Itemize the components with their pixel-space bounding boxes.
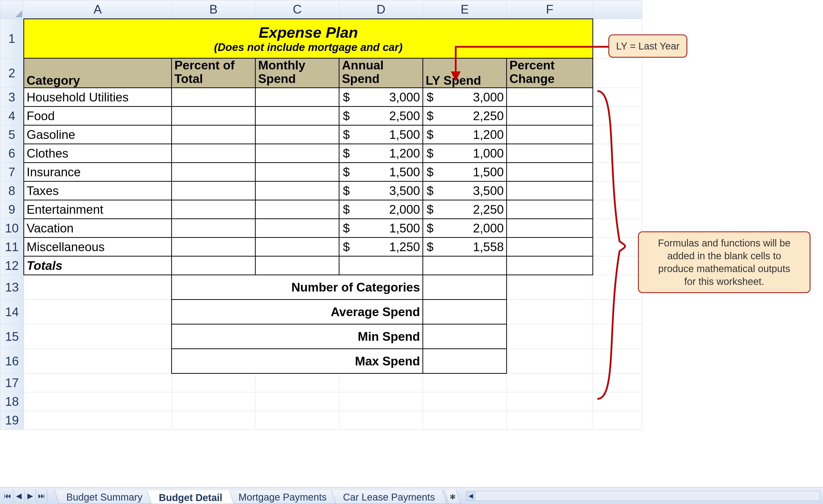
cell-title[interactable]: Expense Plan (Does not include mortgage … <box>24 19 593 58</box>
row-header-12[interactable]: 12 <box>0 256 24 275</box>
row-header-17[interactable]: 17 <box>0 373 24 392</box>
cell-E13[interactable] <box>423 275 507 300</box>
select-all-corner[interactable] <box>0 0 24 19</box>
row-header-3[interactable]: 3 <box>0 88 24 106</box>
tab-budget-summary[interactable]: Budget Summary <box>54 490 154 504</box>
row-header-10[interactable]: 10 <box>0 219 24 238</box>
cell-G14[interactable] <box>593 300 642 324</box>
cell-E2[interactable]: LY Spend <box>423 58 507 88</box>
cell-B13[interactable]: Number of Categories <box>172 275 423 300</box>
cell-B14[interactable]: Average Spend <box>172 300 423 324</box>
cell-A11[interactable]: Miscellaneous <box>24 238 172 256</box>
cell-C9[interactable] <box>256 200 339 219</box>
cell-F14[interactable] <box>507 300 593 324</box>
cell-B3[interactable] <box>172 88 256 106</box>
cell-D7[interactable]: $1,500 <box>339 163 423 182</box>
tab-nav-next[interactable]: ▶ <box>25 490 36 502</box>
cell-D9[interactable]: $2,000 <box>339 200 423 219</box>
cell-A3[interactable]: Household Utilities <box>24 88 172 106</box>
row-header-19[interactable]: 19 <box>0 411 24 430</box>
cell-A13[interactable] <box>24 275 172 300</box>
cell-A18[interactable] <box>24 392 172 411</box>
cell-A7[interactable]: Insurance <box>24 163 172 182</box>
cell-G16[interactable] <box>593 349 642 373</box>
cell-D2[interactable]: Annual Spend <box>339 58 423 88</box>
col-header-F[interactable]: F <box>507 0 593 19</box>
tab-nav-last[interactable]: ⏭ <box>36 490 47 502</box>
cell-G11[interactable] <box>593 238 642 256</box>
cell-E10[interactable]: $2,000 <box>423 219 507 238</box>
cell-B4[interactable] <box>172 106 256 125</box>
cell-D8[interactable]: $3,500 <box>339 182 423 200</box>
tab-car-lease-payments[interactable]: Car Lease Payments <box>331 490 447 504</box>
cell-F5[interactable] <box>507 125 593 144</box>
cell-A4[interactable]: Food <box>24 106 172 125</box>
cell-D12[interactable] <box>339 256 423 275</box>
tab-nav-prev[interactable]: ◀ <box>13 490 25 502</box>
cell-C5[interactable] <box>256 125 339 144</box>
cell-E8[interactable]: $3,500 <box>423 182 507 200</box>
cell-B10[interactable] <box>172 219 256 238</box>
row-header-16[interactable]: 16 <box>0 349 24 373</box>
cell-D5[interactable]: $1,500 <box>339 125 423 144</box>
cell-A2[interactable]: Category <box>24 58 172 88</box>
col-header-D[interactable]: D <box>339 0 423 19</box>
row-header-11[interactable]: 11 <box>0 238 24 256</box>
col-header-B[interactable]: B <box>172 0 256 19</box>
row-header-8[interactable]: 8 <box>0 182 24 200</box>
cell-C3[interactable] <box>256 88 339 106</box>
cell-E4[interactable]: $2,250 <box>423 106 507 125</box>
cell-E5[interactable]: $1,200 <box>423 125 507 144</box>
cell-D4[interactable]: $2,500 <box>339 106 423 125</box>
row-header-14[interactable]: 14 <box>0 300 24 324</box>
cell-A8[interactable]: Taxes <box>24 182 172 200</box>
cell-D11[interactable]: $1,250 <box>339 238 423 256</box>
cell-E6[interactable]: $1,000 <box>423 144 507 163</box>
cell-E9[interactable]: $2,250 <box>423 200 507 219</box>
row-header-7[interactable]: 7 <box>0 163 24 182</box>
cell-E14[interactable] <box>423 300 507 324</box>
cell-C11[interactable] <box>256 238 339 256</box>
cell-G8[interactable] <box>593 182 642 200</box>
cell-C6[interactable] <box>256 144 339 163</box>
cell-C7[interactable] <box>256 163 339 182</box>
row-header-2[interactable]: 2 <box>0 58 24 88</box>
tab-nav-first[interactable]: ⏮ <box>2 490 13 502</box>
cell-E15[interactable] <box>423 324 507 349</box>
cell-G3[interactable] <box>593 88 642 106</box>
cell-A9[interactable]: Entertainment <box>24 200 172 219</box>
cell-D3[interactable]: $3,000 <box>339 88 423 106</box>
cell-F8[interactable] <box>507 182 593 200</box>
cell-G13[interactable] <box>593 275 642 300</box>
cell-A5[interactable]: Gasoline <box>24 125 172 144</box>
col-header-G[interactable] <box>593 0 642 19</box>
row-header-6[interactable]: 6 <box>0 144 24 163</box>
col-header-E[interactable]: E <box>423 0 507 19</box>
cell-F7[interactable] <box>507 163 593 182</box>
tab-mortgage-payments[interactable]: Mortgage Payments <box>227 490 338 504</box>
row-header-15[interactable]: 15 <box>0 324 24 349</box>
cell-E7[interactable]: $1,500 <box>423 163 507 182</box>
cell-F16[interactable] <box>507 349 593 373</box>
cell-G2[interactable] <box>593 58 642 88</box>
cell-B12[interactable] <box>172 256 256 275</box>
horizontal-scrollbar[interactable]: ◀ <box>466 491 820 501</box>
cell-F11[interactable] <box>507 238 593 256</box>
cell-B15[interactable]: Min Spend <box>172 324 423 349</box>
cell-E16[interactable] <box>423 349 507 373</box>
cell-F12[interactable] <box>507 256 593 275</box>
cell-C8[interactable] <box>256 182 339 200</box>
cell-B2[interactable]: Percent of Total <box>172 58 256 88</box>
cell-F6[interactable] <box>507 144 593 163</box>
insert-sheet-icon[interactable]: ✻ <box>444 490 461 504</box>
cell-A17[interactable] <box>24 373 172 392</box>
cell-G9[interactable] <box>593 200 642 219</box>
cell-D10[interactable]: $1,500 <box>339 219 423 238</box>
cell-G6[interactable] <box>593 144 642 163</box>
cell-G7[interactable] <box>593 163 642 182</box>
cell-A16[interactable] <box>24 349 172 373</box>
cell-C10[interactable] <box>256 219 339 238</box>
cell-A15[interactable] <box>24 324 172 349</box>
spreadsheet-grid[interactable]: A B C D E F 1 Expense Plan (Does not inc… <box>0 0 642 430</box>
cell-F10[interactable] <box>507 219 593 238</box>
